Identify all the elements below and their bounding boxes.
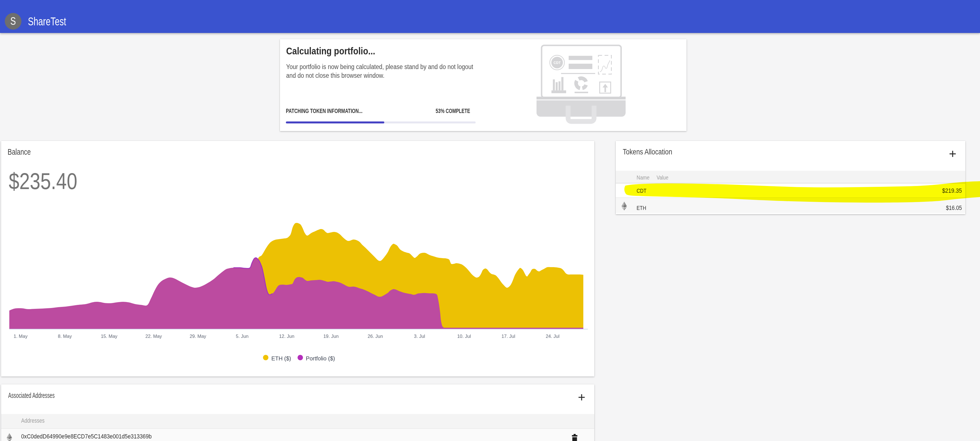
svg-text:5. Jun: 5. Jun	[236, 334, 249, 339]
svg-text:17. Jul: 17. Jul	[501, 334, 515, 339]
svg-text:Portfolio ($): Portfolio ($)	[306, 355, 335, 362]
svg-text:22. May: 22. May	[145, 334, 162, 339]
svg-text:29. May: 29. May	[190, 334, 206, 339]
svg-text:26. Jun: 26. Jun	[368, 334, 383, 339]
svg-text:10. Jul: 10. Jul	[457, 334, 471, 339]
svg-text:8. May: 8. May	[58, 334, 72, 339]
svg-text:CDT: CDT	[554, 61, 561, 65]
svg-text:1. May: 1. May	[14, 334, 28, 339]
svg-text:19. Jun: 19. Jun	[323, 334, 339, 339]
svg-text:ETH ($): ETH ($)	[272, 355, 291, 362]
svg-text:15. May: 15. May	[101, 334, 118, 339]
svg-text:3. Jul: 3. Jul	[414, 334, 425, 339]
svg-text:24. Jul: 24. Jul	[546, 334, 560, 339]
svg-text:12. Jun: 12. Jun	[279, 334, 294, 339]
